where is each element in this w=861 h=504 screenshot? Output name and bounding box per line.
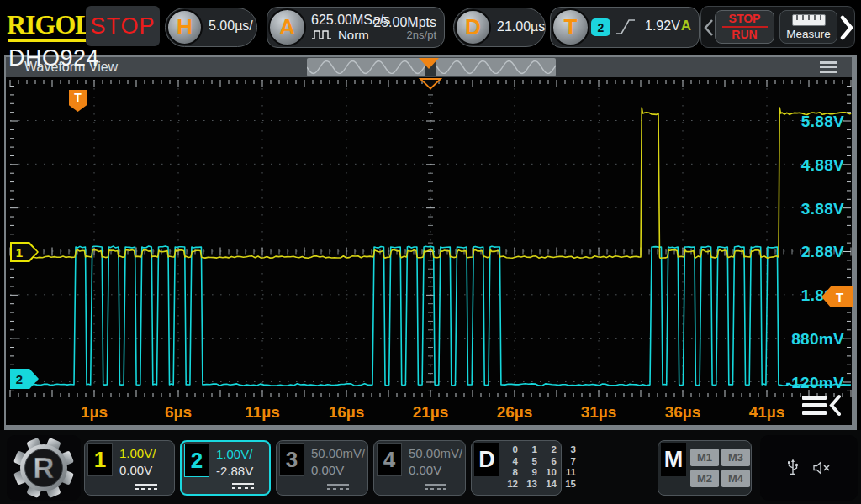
channel1-number: 1: [87, 443, 113, 476]
digital-channel-number: 6: [541, 456, 560, 468]
time-label: 16µs: [304, 403, 388, 422]
delay-button[interactable]: D 21.00µs: [453, 8, 546, 47]
channel3-scale: 50.00mV/: [311, 446, 365, 460]
trigger-level-value: 1.92V: [645, 18, 680, 34]
horizontal-button[interactable]: H 5.00µs/: [165, 8, 257, 47]
digital-channel-number: 0: [502, 444, 521, 456]
window-menu-icon[interactable]: [820, 61, 837, 73]
delay-knob-icon: D: [455, 9, 491, 45]
math-panel[interactable]: M M1M3M2M4: [658, 440, 752, 496]
acquire-button[interactable]: A 625.00MSa/s 25.00Mpts Norm 2ns/pt: [267, 7, 445, 48]
horizontal-knob-icon: H: [166, 9, 203, 45]
run-stop-top-label: STOP: [729, 13, 761, 25]
waveform-plot: [6, 77, 852, 425]
channel3-number: 3: [279, 443, 304, 476]
trigger-button[interactable]: T 2 1.92V A: [550, 7, 700, 48]
dc-coupling-icon: [135, 484, 157, 491]
math-button[interactable]: M4: [721, 470, 750, 487]
digital-channel-number: 11: [560, 467, 579, 479]
digital-channel-number: 4: [502, 456, 521, 468]
digital-channel-number: 3: [560, 444, 579, 456]
channel2-scale: 1.00V/: [216, 447, 252, 461]
chevron-left-icon[interactable]: [703, 18, 715, 37]
rigol-gear-logo: R: [13, 437, 75, 499]
trigger-position-triangle[interactable]: [419, 58, 439, 69]
system-menu-button[interactable]: R: [7, 435, 81, 501]
time-label: 1µs: [52, 403, 136, 422]
voltage-label: 2.88V: [786, 230, 844, 274]
digital-channel-number: 15: [560, 479, 579, 491]
ruler-icon: [791, 13, 827, 27]
channel4-scale: 50.00mV/: [409, 446, 462, 460]
digital-channel-number: 5: [521, 456, 541, 468]
channel1-offset: 0.00V: [119, 463, 152, 477]
channel3-panel[interactable]: 3 50.00mV/ 0.00V: [276, 440, 368, 496]
top-toolbar: RIGOL STOP H 5.00µs/ A 625.00MSa/s 25.00…: [0, 0, 861, 55]
speaker-muted-icon: [813, 461, 832, 475]
header-quick-buttons: STOP RUN Measure: [700, 6, 855, 48]
channel4-panel[interactable]: 4 50.00mV/ 0.00V: [373, 440, 466, 496]
trigger-sweep-mode: A: [681, 18, 691, 34]
time-scale-labels: 1µs6µs11µs16µs21µs26µs31µs36µs41µs: [52, 403, 809, 422]
record-navigation-scrollbar[interactable]: [307, 58, 556, 76]
horizontal-scale-value: 5.00µs/: [209, 18, 253, 34]
voltage-label: 5.88V: [786, 100, 844, 144]
digital-channel-number: 2: [541, 444, 560, 456]
channel1-panel[interactable]: 1 1.00V/ 0.00V: [84, 440, 175, 496]
time-label: 11µs: [220, 403, 304, 422]
dc-coupling-icon: [232, 483, 254, 490]
acquisition-status-badge: STOP: [86, 6, 160, 46]
model-label: DHO924: [8, 45, 99, 71]
channel2-offset: -2.88V: [216, 464, 253, 478]
time-label: 41µs: [725, 403, 809, 422]
voltage-label: 3.88V: [786, 187, 844, 231]
collapse-menu-button[interactable]: [802, 394, 841, 417]
digital-channel-number: 9: [521, 467, 541, 479]
run-stop-button[interactable]: STOP RUN: [715, 10, 774, 44]
dc-coupling-icon: [425, 484, 446, 491]
time-label: 6µs: [136, 403, 220, 422]
channel1-scale: 1.00V/: [119, 446, 156, 460]
rising-edge-icon: [615, 17, 637, 37]
channel3-offset: 0.00V: [311, 463, 344, 477]
graticule-area: T 1 2 5.88V4.88V3.88V2.88V1.88V880mV-120…: [6, 77, 852, 425]
time-resolution-value: 2ns/pt: [407, 29, 436, 41]
digital-panel-label: D: [474, 443, 499, 476]
time-label: 21µs: [388, 403, 473, 422]
time-label: 31µs: [557, 403, 641, 422]
chevron-right-icon[interactable]: [839, 15, 854, 40]
measure-label: Measure: [786, 28, 831, 40]
channel2-panel[interactable]: 2 1.00V/ -2.88V: [180, 440, 271, 496]
digital-channel-number: 8: [502, 467, 521, 479]
pulse-waveform-icon: [311, 29, 333, 40]
waveform-view-titlebar: Waveform View: [6, 57, 852, 77]
math-button[interactable]: M1: [690, 449, 719, 466]
math-button[interactable]: M3: [721, 449, 750, 466]
channel2-number: 2: [184, 444, 209, 477]
usb-icon: [786, 459, 800, 477]
voltage-label: 880mV: [786, 318, 844, 361]
acquire-knob-icon: A: [268, 8, 306, 46]
channel4-number: 4: [377, 443, 402, 476]
digital-channels-panel[interactable]: D 0123456789101112131415: [471, 440, 562, 496]
bottom-taskbar: R 1 1.00V/ 0.00V 2 1.00V/ -2.88V 3 50.00…: [0, 430, 861, 504]
time-label: 36µs: [641, 403, 725, 422]
math-buttons: M1M3M2M4: [690, 449, 750, 487]
digital-channel-number: 12: [502, 479, 521, 491]
waveform-view-window: Waveform View T 1 2 5.88V4.88V3.88V2.88V…: [4, 55, 857, 430]
digital-channel-number: 1: [521, 444, 541, 456]
status-icons-panel: [760, 435, 858, 501]
digital-channel-numbers: 0123456789101112131415: [502, 444, 579, 490]
oscilloscope-screen: RIGOL STOP H 5.00µs/ A 625.00MSa/s 25.00…: [0, 0, 861, 504]
run-stop-bottom-label: RUN: [732, 29, 757, 41]
menu-bars-icon: [802, 396, 827, 415]
digital-channel-number: 13: [521, 479, 541, 491]
rigol-logo: RIGOL: [7, 10, 92, 39]
trigger-knob-icon: T: [552, 8, 589, 46]
measure-button[interactable]: Measure: [779, 10, 837, 44]
chevron-left-small-icon: [829, 394, 841, 417]
digital-channel-number: 14: [541, 479, 560, 491]
rigol-logo-underline: [8, 39, 87, 42]
dc-coupling-icon: [327, 484, 349, 491]
math-button[interactable]: M2: [690, 470, 719, 487]
